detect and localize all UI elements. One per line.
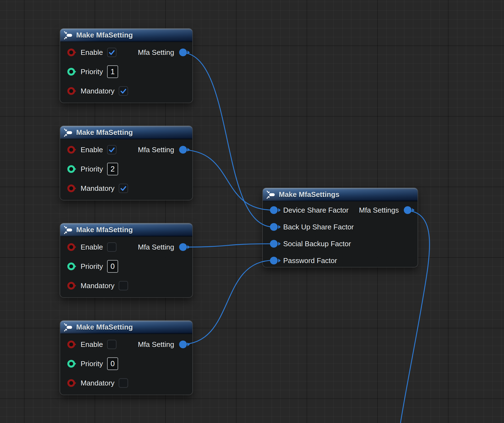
pin-bool-mandatory[interactable] xyxy=(67,184,75,192)
input-row-mandatory: Mandatory xyxy=(60,376,128,390)
input-row-priority: Priority2 xyxy=(60,162,118,176)
pin-label: Mfa Setting xyxy=(138,243,174,251)
graph-canvas[interactable]: Make MfaSettingEnablePriority1MandatoryM… xyxy=(0,0,504,423)
enable-checkbox[interactable] xyxy=(107,145,116,154)
pin-bool-enable[interactable] xyxy=(67,243,75,251)
input-row-mandatory: Mandatory xyxy=(60,84,128,98)
node-title: Make MfaSettings xyxy=(279,190,339,199)
pin-bool-enable[interactable] xyxy=(67,49,75,56)
input-row-password-factor: Password Factor xyxy=(263,254,337,267)
pin-label: Mfa Settings xyxy=(359,206,399,215)
pin-int-priority[interactable] xyxy=(67,68,75,76)
pin-int-priority[interactable] xyxy=(67,263,75,270)
priority-input[interactable]: 0 xyxy=(107,357,118,370)
node-title: Make MfaSetting xyxy=(76,31,133,39)
pin-label: Enable xyxy=(81,48,103,57)
priority-input[interactable]: 0 xyxy=(107,260,118,273)
pin-label: Priority xyxy=(81,262,103,271)
make-struct-icon xyxy=(64,323,73,332)
check-icon xyxy=(108,49,116,56)
pin-label: Enable xyxy=(81,146,103,154)
pin-bool-enable[interactable] xyxy=(67,146,75,154)
priority-input[interactable]: 2 xyxy=(107,163,118,175)
node-header[interactable]: Make MfaSetting xyxy=(60,223,192,237)
input-row-priority: Priority0 xyxy=(60,357,118,370)
pin-bool-mandatory[interactable] xyxy=(67,87,75,95)
make-struct-icon xyxy=(266,190,276,199)
input-row-enable: Enable xyxy=(60,143,116,156)
node-header[interactable]: Make MfaSetting xyxy=(60,321,192,334)
output-row-mfa-settings: Mfa Settings xyxy=(359,204,418,217)
check-icon xyxy=(120,87,127,95)
mandatory-checkbox[interactable] xyxy=(119,184,128,193)
pin-label: Password Factor xyxy=(283,256,337,265)
pin-label: Mfa Setting xyxy=(138,340,174,349)
node-make-mfasetting-3[interactable]: Make MfaSettingEnablePriority0MandatoryM… xyxy=(60,321,192,395)
pin-label: Mandatory xyxy=(81,87,115,95)
input-row-social-backup-factor: Social Backup Factor xyxy=(263,237,351,250)
make-struct-icon xyxy=(64,128,73,137)
priority-input[interactable]: 1 xyxy=(107,65,118,78)
enable-checkbox[interactable] xyxy=(107,48,116,57)
pin-label: Mandatory xyxy=(81,184,115,193)
input-row-device-share-factor: Device Share Factor xyxy=(263,204,349,217)
pin-label: Priority xyxy=(81,360,103,368)
pin-label: Mandatory xyxy=(81,282,115,290)
pin-label: Mfa Setting xyxy=(138,146,174,154)
input-row-back-up-share-factor: Back Up Share Factor xyxy=(263,220,354,234)
enable-checkbox[interactable] xyxy=(107,242,116,252)
make-struct-icon xyxy=(64,225,73,235)
wire-node2-to-device-share[interactable] xyxy=(181,150,274,210)
pin-bool-mandatory[interactable] xyxy=(67,282,75,290)
node-header[interactable]: Make MfaSetting xyxy=(60,29,192,42)
input-row-mandatory: Mandatory xyxy=(60,182,128,195)
pin-int-priority[interactable] xyxy=(67,360,75,368)
pin-label: Enable xyxy=(81,243,103,251)
pin-label: Back Up Share Factor xyxy=(283,223,354,231)
input-row-enable: Enable xyxy=(60,338,116,351)
enable-checkbox[interactable] xyxy=(107,340,116,349)
check-icon xyxy=(108,146,116,154)
input-row-priority: Priority0 xyxy=(60,260,118,273)
make-struct-icon xyxy=(64,31,73,40)
input-row-mandatory: Mandatory xyxy=(60,279,128,292)
node-header[interactable]: Make MfaSettings xyxy=(263,188,418,202)
node-make-mfasetting-2[interactable]: Make MfaSettingEnablePriority0MandatoryM… xyxy=(60,223,192,297)
input-row-enable: Enable xyxy=(60,240,116,254)
node-make-mfasettings-4[interactable]: Make MfaSettingsDevice Share FactorBack … xyxy=(263,188,418,267)
mandatory-checkbox[interactable] xyxy=(119,378,128,388)
pin-label: Social Backup Factor xyxy=(283,240,351,248)
node-header[interactable]: Make MfaSetting xyxy=(60,126,192,140)
input-row-enable: Enable xyxy=(60,46,116,59)
pin-int-priority[interactable] xyxy=(67,165,75,173)
wire-node4-to-password[interactable] xyxy=(181,260,274,344)
node-title: Make MfaSetting xyxy=(76,323,133,331)
wire-node3-to-social-backup[interactable] xyxy=(181,244,274,247)
pin-label: Mandatory xyxy=(81,379,115,387)
pin-label: Mfa Setting xyxy=(138,48,174,57)
mandatory-checkbox[interactable] xyxy=(119,281,128,290)
mandatory-checkbox[interactable] xyxy=(119,86,128,96)
pin-label: Priority xyxy=(81,68,103,76)
pin-bool-mandatory[interactable] xyxy=(67,379,75,387)
node-title: Make MfaSetting xyxy=(76,128,133,137)
pin-label: Device Share Factor xyxy=(283,206,349,215)
node-title: Make MfaSetting xyxy=(76,226,133,234)
input-row-priority: Priority1 xyxy=(60,65,118,78)
wire-node1-to-backup-share[interactable] xyxy=(181,52,274,227)
check-icon xyxy=(120,184,127,192)
node-make-mfasetting-0[interactable]: Make MfaSettingEnablePriority1MandatoryM… xyxy=(60,29,192,103)
node-make-mfasetting-1[interactable]: Make MfaSettingEnablePriority2MandatoryM… xyxy=(60,126,192,200)
pin-label: Enable xyxy=(81,340,103,349)
pin-bool-enable[interactable] xyxy=(67,341,75,348)
pin-label: Priority xyxy=(81,165,103,173)
